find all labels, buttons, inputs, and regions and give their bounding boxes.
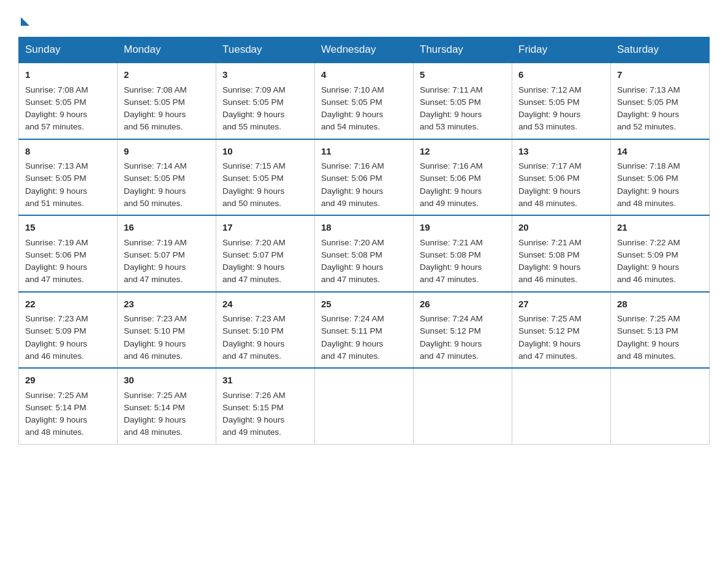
week-row-4: 22Sunrise: 7:23 AMSunset: 5:09 PMDayligh…	[19, 292, 710, 369]
day-number: 2	[124, 68, 210, 82]
day-info: Sunrise: 7:23 AMSunset: 5:09 PMDaylight:…	[25, 314, 88, 361]
day-info: Sunrise: 7:13 AMSunset: 5:05 PMDaylight:…	[25, 161, 88, 208]
day-info: Sunrise: 7:16 AMSunset: 5:06 PMDaylight:…	[321, 161, 384, 208]
day-info: Sunrise: 7:10 AMSunset: 5:05 PMDaylight:…	[321, 85, 384, 132]
day-number: 27	[518, 297, 604, 312]
calendar-cell: 18Sunrise: 7:20 AMSunset: 5:08 PMDayligh…	[315, 215, 414, 292]
page-header	[18, 12, 710, 27]
calendar-cell	[611, 368, 710, 444]
calendar-cell: 6Sunrise: 7:12 AMSunset: 5:05 PMDaylight…	[512, 63, 611, 139]
day-number: 30	[124, 373, 210, 388]
logo	[18, 12, 29, 27]
calendar-cell: 7Sunrise: 7:13 AMSunset: 5:05 PMDaylight…	[611, 63, 710, 139]
week-row-3: 15Sunrise: 7:19 AMSunset: 5:06 PMDayligh…	[19, 215, 710, 292]
header-thursday: Thursday	[414, 37, 512, 63]
calendar-cell: 21Sunrise: 7:22 AMSunset: 5:09 PMDayligh…	[611, 215, 710, 292]
calendar-cell: 11Sunrise: 7:16 AMSunset: 5:06 PMDayligh…	[315, 139, 414, 216]
day-number: 1	[25, 68, 111, 82]
calendar-cell: 12Sunrise: 7:16 AMSunset: 5:06 PMDayligh…	[414, 139, 512, 216]
day-info: Sunrise: 7:16 AMSunset: 5:06 PMDaylight:…	[420, 161, 483, 208]
calendar-cell: 8Sunrise: 7:13 AMSunset: 5:05 PMDaylight…	[19, 139, 118, 216]
day-number: 3	[222, 68, 308, 82]
day-info: Sunrise: 7:19 AMSunset: 5:06 PMDaylight:…	[25, 238, 88, 285]
day-number: 4	[321, 68, 407, 82]
calendar-cell: 4Sunrise: 7:10 AMSunset: 5:05 PMDaylight…	[315, 63, 414, 139]
calendar-cell: 28Sunrise: 7:25 AMSunset: 5:13 PMDayligh…	[611, 292, 710, 369]
header-row: SundayMondayTuesdayWednesdayThursdayFrid…	[19, 37, 710, 63]
calendar-cell: 22Sunrise: 7:23 AMSunset: 5:09 PMDayligh…	[19, 292, 118, 369]
calendar-cell: 5Sunrise: 7:11 AMSunset: 5:05 PMDaylight…	[414, 63, 512, 139]
day-number: 18	[321, 221, 407, 235]
calendar-cell: 13Sunrise: 7:17 AMSunset: 5:06 PMDayligh…	[512, 139, 611, 216]
day-info: Sunrise: 7:24 AMSunset: 5:12 PMDaylight:…	[420, 314, 483, 361]
day-info: Sunrise: 7:12 AMSunset: 5:05 PMDaylight:…	[518, 85, 582, 132]
day-info: Sunrise: 7:20 AMSunset: 5:08 PMDaylight:…	[321, 238, 384, 285]
calendar-cell	[512, 368, 611, 444]
day-number: 23	[124, 297, 210, 312]
day-info: Sunrise: 7:14 AMSunset: 5:05 PMDaylight:…	[124, 161, 187, 208]
calendar-cell: 30Sunrise: 7:25 AMSunset: 5:14 PMDayligh…	[118, 368, 216, 444]
day-number: 6	[518, 68, 604, 82]
header-monday: Monday	[118, 37, 216, 63]
week-row-1: 1Sunrise: 7:08 AMSunset: 5:05 PMDaylight…	[19, 63, 710, 139]
day-number: 14	[617, 145, 703, 159]
day-info: Sunrise: 7:24 AMSunset: 5:11 PMDaylight:…	[321, 314, 384, 361]
day-info: Sunrise: 7:08 AMSunset: 5:05 PMDaylight:…	[124, 85, 187, 132]
day-number: 15	[25, 221, 111, 235]
day-number: 22	[25, 297, 111, 312]
day-number: 8	[25, 145, 111, 159]
week-row-5: 29Sunrise: 7:25 AMSunset: 5:14 PMDayligh…	[19, 368, 710, 444]
calendar-cell: 9Sunrise: 7:14 AMSunset: 5:05 PMDaylight…	[118, 139, 216, 216]
calendar-cell: 3Sunrise: 7:09 AMSunset: 5:05 PMDaylight…	[216, 63, 315, 139]
day-number: 11	[321, 145, 407, 159]
calendar-cell: 19Sunrise: 7:21 AMSunset: 5:08 PMDayligh…	[414, 215, 512, 292]
calendar-cell: 24Sunrise: 7:23 AMSunset: 5:10 PMDayligh…	[216, 292, 315, 369]
day-info: Sunrise: 7:15 AMSunset: 5:05 PMDaylight:…	[222, 161, 286, 208]
calendar-cell: 25Sunrise: 7:24 AMSunset: 5:11 PMDayligh…	[315, 292, 414, 369]
calendar-cell	[315, 368, 414, 444]
calendar-cell: 31Sunrise: 7:26 AMSunset: 5:15 PMDayligh…	[216, 368, 315, 444]
calendar-cell: 17Sunrise: 7:20 AMSunset: 5:07 PMDayligh…	[216, 215, 315, 292]
day-info: Sunrise: 7:25 AMSunset: 5:14 PMDaylight:…	[25, 391, 88, 437]
calendar-cell: 20Sunrise: 7:21 AMSunset: 5:08 PMDayligh…	[512, 215, 611, 292]
header-friday: Friday	[512, 37, 611, 63]
day-info: Sunrise: 7:23 AMSunset: 5:10 PMDaylight:…	[124, 314, 187, 361]
day-number: 5	[420, 68, 506, 82]
calendar-cell: 10Sunrise: 7:15 AMSunset: 5:05 PMDayligh…	[216, 139, 315, 216]
day-number: 16	[124, 221, 210, 235]
calendar-cell: 26Sunrise: 7:24 AMSunset: 5:12 PMDayligh…	[414, 292, 512, 369]
calendar-table: SundayMondayTuesdayWednesdayThursdayFrid…	[18, 37, 710, 445]
day-info: Sunrise: 7:17 AMSunset: 5:06 PMDaylight:…	[518, 161, 582, 208]
day-info: Sunrise: 7:21 AMSunset: 5:08 PMDaylight:…	[420, 238, 483, 285]
day-info: Sunrise: 7:25 AMSunset: 5:13 PMDaylight:…	[617, 314, 680, 361]
week-row-2: 8Sunrise: 7:13 AMSunset: 5:05 PMDaylight…	[19, 139, 710, 216]
day-number: 21	[617, 221, 703, 235]
day-number: 13	[518, 145, 604, 159]
header-wednesday: Wednesday	[315, 37, 414, 63]
day-number: 24	[222, 297, 308, 312]
day-number: 31	[222, 373, 308, 388]
day-number: 19	[420, 221, 506, 235]
day-number: 25	[321, 297, 407, 312]
calendar-cell: 27Sunrise: 7:25 AMSunset: 5:12 PMDayligh…	[512, 292, 611, 369]
day-info: Sunrise: 7:25 AMSunset: 5:14 PMDaylight:…	[124, 391, 187, 437]
logo-triangle-icon	[21, 17, 29, 26]
day-number: 10	[222, 145, 308, 159]
calendar-cell	[414, 368, 512, 444]
day-info: Sunrise: 7:13 AMSunset: 5:05 PMDaylight:…	[617, 85, 680, 132]
day-info: Sunrise: 7:22 AMSunset: 5:09 PMDaylight:…	[617, 238, 680, 285]
header-sunday: Sunday	[19, 37, 118, 63]
day-number: 26	[420, 297, 506, 312]
day-number: 7	[617, 68, 703, 82]
day-number: 20	[518, 221, 604, 235]
day-number: 17	[222, 221, 308, 235]
day-info: Sunrise: 7:25 AMSunset: 5:12 PMDaylight:…	[518, 314, 582, 361]
day-info: Sunrise: 7:08 AMSunset: 5:05 PMDaylight:…	[25, 85, 88, 132]
day-number: 12	[420, 145, 506, 159]
calendar-cell: 16Sunrise: 7:19 AMSunset: 5:07 PMDayligh…	[118, 215, 216, 292]
day-info: Sunrise: 7:21 AMSunset: 5:08 PMDaylight:…	[518, 238, 582, 285]
calendar-cell: 29Sunrise: 7:25 AMSunset: 5:14 PMDayligh…	[19, 368, 118, 444]
day-info: Sunrise: 7:11 AMSunset: 5:05 PMDaylight:…	[420, 85, 483, 132]
day-info: Sunrise: 7:23 AMSunset: 5:10 PMDaylight:…	[222, 314, 286, 361]
day-number: 28	[617, 297, 703, 312]
